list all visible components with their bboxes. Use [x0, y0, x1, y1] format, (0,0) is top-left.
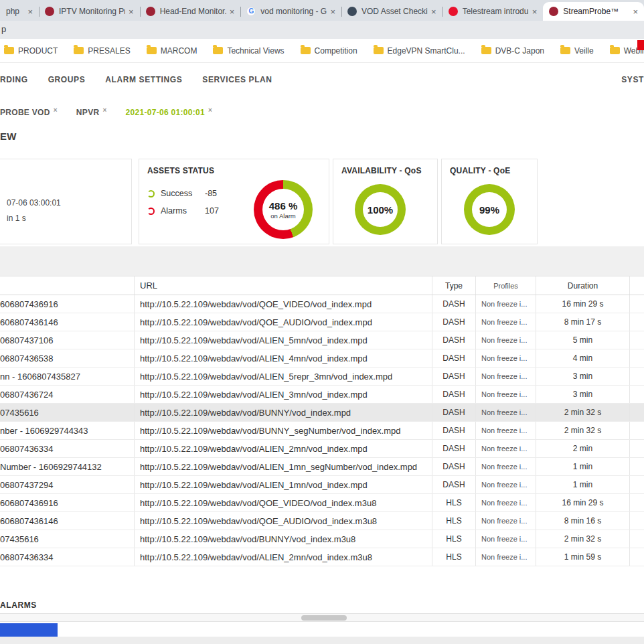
table-row[interactable]: nber - 1606929744343http://10.5.22.109/w…	[0, 422, 644, 440]
header-name[interactable]	[0, 276, 134, 295]
nav-item-rding[interactable]: RDING	[0, 75, 28, 84]
bookmark-item[interactable]: EdgeVPN SmartClu...	[374, 46, 465, 56]
table-row[interactable]: 07435616http://10.5.22.109/webdav/vod/BU…	[0, 530, 644, 548]
header-type[interactable]: Type	[432, 276, 475, 295]
table-row[interactable]: 06807436538http://10.5.22.109/webdav/vod…	[0, 349, 644, 368]
red-favicon-icon[interactable]	[637, 40, 644, 50]
cell-profiles: Non freeze i...	[475, 386, 536, 403]
qoe-donut-chart: 99%	[464, 184, 515, 235]
cell-profiles: Non freeze i...	[475, 530, 536, 548]
cell-asset-name: 06807437106	[0, 331, 134, 349]
cell-duration: 1 min	[536, 476, 629, 493]
header-profiles[interactable]: Profiles	[475, 276, 536, 295]
nav-item-groups[interactable]: GROUPS	[48, 75, 86, 84]
nav-item-system[interactable]: SYST	[621, 75, 644, 84]
tab-label: Telestream introdu...	[463, 7, 529, 16]
workspace-tab[interactable]: PROBE VOD×	[0, 108, 58, 117]
bottom-strip	[0, 637, 644, 644]
cell-url: http://10.5.22.109/webdav/vod/QOE_VIDEO/…	[134, 295, 432, 313]
cell-duration: 4 min	[536, 349, 629, 367]
cell-profiles: Non freeze i...	[475, 548, 536, 566]
cell-type: DASH	[432, 368, 475, 385]
cell-url: http://10.5.22.109/webdav/vod/BUNNY/vod_…	[134, 530, 432, 548]
cell-type: DASH	[432, 295, 475, 313]
tab-close-icon[interactable]: ×	[431, 7, 436, 16]
tab-close-icon[interactable]: ×	[330, 7, 335, 16]
table-row[interactable]: Number - 1606929744132http://10.5.22.109…	[0, 458, 644, 476]
dot-red-favicon-icon	[146, 7, 155, 16]
header-duration[interactable]: Duration	[536, 276, 629, 295]
dot-red-favicon-icon	[45, 7, 54, 16]
folder-icon	[4, 47, 14, 54]
table-row[interactable]: 606807436146http://10.5.22.109/webdav/vo…	[0, 313, 644, 331]
header-url[interactable]: URL	[134, 276, 432, 295]
table-row[interactable]: nn - 1606807435827http://10.5.22.109/web…	[0, 368, 644, 386]
cell-profiles: Non freeze i...	[475, 313, 536, 331]
browser-toolbar: p	[0, 21, 644, 39]
browser-tab[interactable]: IPTV Monitoring Pr×	[39, 2, 140, 21]
table-row[interactable]: 06807436334http://10.5.22.109/webdav/vod…	[0, 440, 644, 458]
table-row[interactable]: 06807437106http://10.5.22.109/webdav/vod…	[0, 331, 644, 349]
table-row[interactable]: 606807436916http://10.5.22.109/webdav/vo…	[0, 295, 644, 313]
qos-donut-value: 100%	[368, 204, 393, 216]
folder-icon	[610, 47, 620, 54]
cell-profiles: Non freeze i...	[475, 440, 536, 457]
browser-tab[interactable]: Head-End Monitor...×	[140, 2, 241, 21]
bookmark-label: Competition	[315, 46, 357, 56]
close-icon[interactable]: ×	[208, 106, 212, 114]
tab-label: VOD Asset Checkin...	[361, 7, 428, 16]
bookmark-item[interactable]: DVB-C Japon	[481, 46, 544, 56]
table-row[interactable]: 06807437294http://10.5.22.109/webdav/vod…	[0, 476, 644, 494]
tab-close-icon[interactable]: ×	[27, 7, 33, 16]
workspace-tab[interactable]: NPVR×	[76, 108, 107, 117]
quality-qoe-card: QUALITY - QoE 99%	[441, 159, 538, 244]
workspace-tab-bar: PROBE VOD×NPVR×2021-07-06 01:00:01×	[0, 108, 212, 117]
cell-asset-name: 06807436724	[0, 386, 134, 403]
browser-tab[interactable]: Telestream introdu...×	[442, 2, 544, 21]
tab-close-icon[interactable]: ×	[129, 7, 134, 16]
tab-close-icon[interactable]: ×	[230, 7, 235, 16]
bookmark-item[interactable]: PRESALES	[74, 46, 130, 56]
browser-tab[interactable]: php×	[0, 2, 39, 21]
close-icon[interactable]: ×	[102, 106, 106, 114]
browser-tab[interactable]: VOD Asset Checkin...×	[341, 2, 442, 21]
browser-tab[interactable]: Gvod monitoring - G...×	[240, 2, 341, 21]
close-icon[interactable]: ×	[54, 106, 58, 114]
cell-url: http://10.5.22.109/webdav/vod/ALIEN_5rep…	[134, 368, 432, 385]
table-row[interactable]: 606807436146http://10.5.22.109/webdav/vo…	[0, 512, 644, 530]
bookmark-item[interactable]: Competition	[301, 46, 357, 56]
assets-legend: Success-85Alarms107	[147, 185, 241, 220]
bookmark-item[interactable]: PRODUCT	[4, 46, 58, 56]
cell-asset-name: 606807436146	[0, 512, 134, 530]
cell-extra	[629, 422, 643, 439]
cell-asset-name: nn - 1606807435827	[0, 368, 134, 385]
table-row[interactable]: 06807436724http://10.5.22.109/webdav/vod…	[0, 386, 644, 404]
bookmark-label: Veille	[574, 46, 594, 56]
refresh-countdown: in 1 s	[7, 214, 26, 223]
cell-url: http://10.5.22.109/webdav/vod/ALIEN_1mn_…	[134, 458, 432, 475]
workspace-tab[interactable]: 2021-07-06 01:00:01×	[126, 108, 213, 117]
cell-duration: 1 min 59 s	[536, 548, 629, 566]
bookmark-item[interactable]: MARCOM	[147, 46, 197, 56]
section-divider	[0, 246, 644, 276]
table-row[interactable]: 07435616http://10.5.22.109/webdav/vod/BU…	[0, 404, 644, 422]
bookmark-item[interactable]: Technical Views	[213, 46, 284, 56]
tab-close-icon[interactable]: ×	[532, 7, 538, 16]
table-row[interactable]: 606807436916http://10.5.22.109/webdav/vo…	[0, 494, 644, 512]
cell-extra	[629, 295, 643, 313]
nav-item-services-plan[interactable]: SERVICES PLAN	[202, 75, 272, 84]
tab-label: vod monitoring - G...	[260, 7, 327, 16]
horizontal-scrollbar[interactable]	[0, 613, 644, 622]
nav-item-alarm-settings[interactable]: ALARM SETTINGS	[105, 75, 182, 84]
scrollbar-thumb[interactable]	[301, 615, 347, 621]
tab-close-icon[interactable]: ×	[633, 7, 638, 16]
bookmark-label: PRESALES	[88, 46, 130, 56]
cell-url: http://10.5.22.109/webdav/vod/ALIEN_1mn/…	[134, 476, 432, 493]
cell-extra	[629, 331, 643, 349]
app-navigation: RDINGGROUPSALARM SETTINGSSERVICES PLAN S…	[0, 75, 644, 91]
legend-value: 107	[205, 206, 219, 216]
table-row[interactable]: 06807436334http://10.5.22.109/webdav/vod…	[0, 548, 644, 566]
bookmark-item[interactable]: Veille	[560, 46, 594, 56]
table-header-row: URL Type Profiles Duration	[0, 276, 644, 295]
browser-tab[interactable]: StreamProbe™×	[543, 2, 644, 21]
